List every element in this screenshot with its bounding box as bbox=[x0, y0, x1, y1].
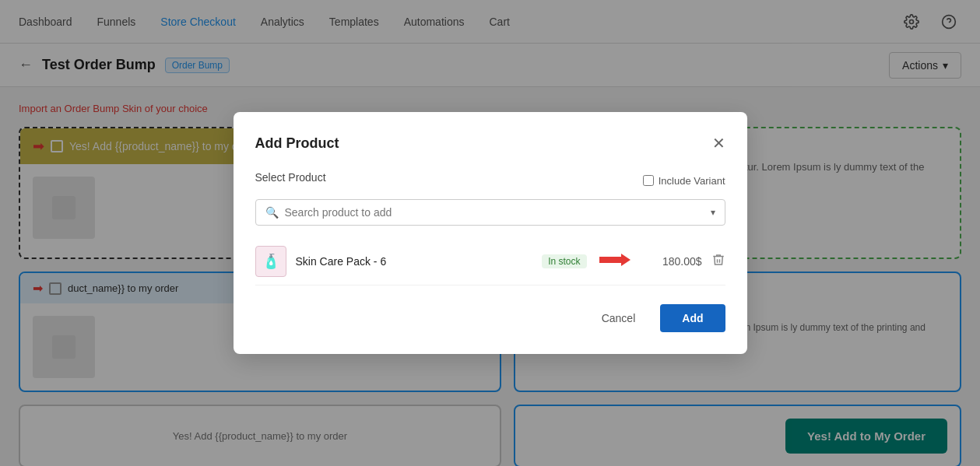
modal-title: Add Product bbox=[255, 135, 339, 152]
product-price: 180.00$ bbox=[640, 255, 702, 268]
modal-top-row: Select Product Include Variant bbox=[255, 171, 725, 190]
product-thumb-icon: 🧴 bbox=[262, 253, 279, 270]
chevron-down-icon[interactable]: ▾ bbox=[711, 207, 715, 218]
product-name: Skin Care Pack - 6 bbox=[296, 255, 533, 268]
trash-icon bbox=[711, 253, 725, 267]
search-icon: 🔍 bbox=[265, 206, 279, 219]
include-variant-text: Include Variant bbox=[659, 175, 725, 187]
add-product-modal: Add Product ✕ Select Product Include Var… bbox=[234, 112, 747, 354]
modal-footer: Cancel Add bbox=[255, 304, 725, 332]
svg-marker-5 bbox=[599, 254, 631, 266]
product-thumbnail: 🧴 bbox=[255, 246, 286, 277]
include-variant-label[interactable]: Include Variant bbox=[643, 175, 725, 187]
arrow-indicator-icon bbox=[599, 251, 631, 272]
product-row: 🧴 Skin Care Pack - 6 In stock 180.00$ bbox=[255, 238, 725, 286]
select-product-label: Select Product bbox=[255, 171, 326, 184]
search-product-input[interactable] bbox=[285, 206, 704, 219]
include-variant-checkbox[interactable] bbox=[643, 175, 654, 186]
cancel-button[interactable]: Cancel bbox=[586, 304, 652, 332]
modal-close-button[interactable]: ✕ bbox=[712, 134, 725, 152]
in-stock-badge: In stock bbox=[542, 254, 586, 268]
add-button[interactable]: Add bbox=[660, 304, 725, 332]
modal-overlay: Add Product ✕ Select Product Include Var… bbox=[0, 0, 980, 466]
search-box[interactable]: 🔍 ▾ bbox=[255, 199, 725, 226]
modal-header: Add Product ✕ bbox=[255, 134, 725, 152]
delete-product-button[interactable] bbox=[711, 253, 725, 270]
